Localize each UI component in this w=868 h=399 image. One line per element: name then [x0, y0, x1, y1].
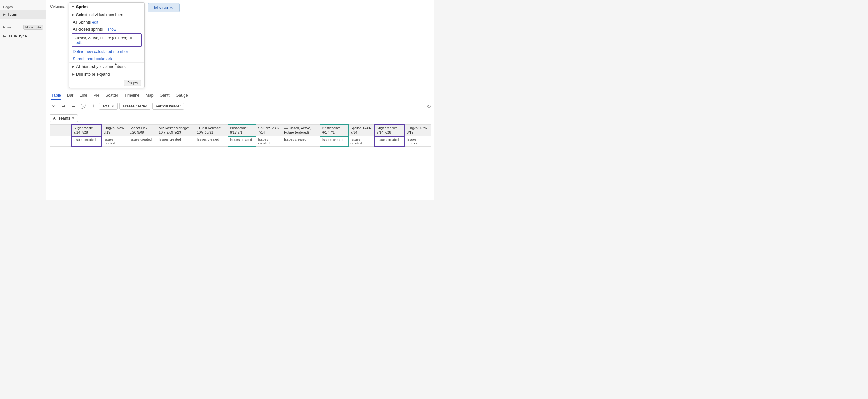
sprint-dropdown[interactable]: ▼ Sprint ▶ Select individual members All…: [69, 2, 145, 88]
col-header-5: Bristlecone: 6/17-7/1: [228, 124, 256, 136]
sprint-dropdown-header[interactable]: ▼ Sprint: [69, 3, 144, 11]
col-header-6: Spruce: 6/30-7/14: [256, 124, 282, 136]
nonempty-badge[interactable]: Nonempty: [23, 25, 43, 30]
hierarchy-chevron-icon: ▶: [72, 65, 74, 68]
main-content: Columns ▼ Sprint ▶ Select individual mem…: [46, 0, 434, 200]
all-closed-item[interactable]: All closed sprints = show: [69, 26, 144, 33]
all-sprints-item[interactable]: All Sprints edit: [69, 19, 144, 26]
hierarchy-section: ▶ All hierarchy level members ▶ Drill in…: [69, 63, 144, 78]
issues-cell-5: Issues created: [228, 136, 256, 146]
sidebar: Pages ▶ Team Rows Nonempty ▶ Issue Type: [0, 0, 46, 200]
issues-cell-6: Issues created: [256, 136, 282, 146]
drill-chevron-icon: ▶: [72, 73, 74, 76]
columns-label: Columns: [50, 2, 66, 9]
col-header-1: Gingko: 7/29-8/19: [101, 124, 127, 136]
issues-cell-9: Issues created: [348, 136, 375, 146]
table-container: Sugar Maple: 7/14-7/28Gingko: 7/29-8/19S…: [50, 124, 431, 200]
all-sprints-edit[interactable]: edit: [92, 20, 98, 25]
select-individual-chevron-icon: ▶: [72, 13, 74, 17]
links-section: Define new calculated member Search and …: [69, 48, 144, 63]
issues-cell-7: Issues created: [282, 136, 320, 146]
freeze-header-button[interactable]: Freeze header: [120, 103, 150, 110]
pages-button[interactable]: Pages: [124, 80, 141, 86]
table-issues-row: Issues createdIssues createdIssues creat…: [50, 136, 431, 146]
col-header-10: Sugar Maple: 7/14-7/28: [375, 124, 405, 136]
all-sprints-text: All Sprints: [73, 20, 91, 25]
highlighted-member-item[interactable]: Closed, Active, Future (ordered) = edit: [71, 33, 142, 47]
team-label: Team: [7, 12, 17, 17]
issues-cell-2: Issues created: [127, 136, 157, 146]
issues-cell-11: Issues created: [405, 136, 431, 146]
select-individual-section: ▶ Select individual members All Sprints …: [69, 11, 144, 48]
view-tab-line[interactable]: Line: [80, 93, 87, 100]
measures-button[interactable]: Measures: [148, 3, 180, 12]
table-corner-cell: [50, 124, 71, 136]
teams-dropdown-label: All Teams: [53, 116, 70, 120]
issue-type-chevron-icon: ▶: [3, 34, 6, 38]
rows-section: Rows Nonempty: [0, 23, 46, 32]
view-tab-timeline[interactable]: Timeline: [124, 93, 140, 100]
comment-icon[interactable]: 💬: [79, 102, 87, 110]
team-chevron-icon: ▶: [3, 13, 6, 16]
pages-label: Pages: [0, 3, 46, 10]
issues-cell-3: Issues created: [157, 136, 195, 146]
select-individual-text: Select individual members: [76, 12, 123, 17]
search-bookmark-item[interactable]: Search and bookmark: [69, 55, 144, 62]
toolbar: ✕ ↩ ↪ 💬 ⬇ Total ▼ Freeze header Vertical…: [46, 101, 434, 112]
highlighted-action[interactable]: edit: [76, 40, 82, 45]
all-closed-eq: =: [104, 27, 106, 32]
teams-dropdown[interactable]: All Teams ▼: [50, 114, 78, 122]
vertical-header-label: Vertical header: [156, 104, 181, 108]
sidebar-item-team[interactable]: ▶ Team: [0, 10, 46, 19]
select-individual-item[interactable]: ▶ Select individual members: [69, 11, 144, 19]
redo-icon[interactable]: ↪: [69, 102, 78, 110]
issues-cell-8: Issues created: [320, 136, 348, 146]
issues-row-label: [50, 136, 71, 146]
total-label: Total: [102, 104, 110, 108]
table-header-row: Sugar Maple: 7/14-7/28Gingko: 7/29-8/19S…: [50, 124, 431, 136]
refresh-icon[interactable]: ↻: [427, 104, 431, 109]
sprint-chevron-icon: ▼: [71, 5, 74, 8]
col-header-0: Sugar Maple: 7/14-7/28: [71, 124, 101, 136]
teams-dropdown-chevron-icon: ▼: [71, 116, 74, 120]
view-tab-pie[interactable]: Pie: [93, 93, 99, 100]
drill-into-text: Drill into or expand: [76, 72, 110, 77]
view-tabs: TableBarLinePieScatterTimelineMapGanttGa…: [46, 90, 434, 101]
col-header-11: Gingko: 7/29-8/19: [405, 124, 431, 136]
issues-cell-10: Issues created: [375, 136, 405, 146]
rows-label: Rows: [3, 25, 12, 29]
view-tab-scatter[interactable]: Scatter: [105, 93, 118, 100]
all-hierarchy-item[interactable]: ▶ All hierarchy level members: [69, 63, 144, 70]
crosshair-icon[interactable]: ✕: [50, 102, 58, 110]
issues-cell-1: Issues created: [101, 136, 127, 146]
issues-cell-0: Issues created: [71, 136, 101, 146]
col-header-4: TP 2.0 Release: 10/7-10/21: [195, 124, 228, 136]
col-header-7: — Closed, Active, Future (ordered): [282, 124, 320, 136]
view-tab-map[interactable]: Map: [146, 93, 154, 100]
all-closed-show[interactable]: show: [108, 27, 116, 32]
vertical-header-button[interactable]: Vertical header: [152, 103, 184, 110]
total-button[interactable]: Total ▼: [99, 103, 118, 110]
drill-into-item[interactable]: ▶ Drill into or expand: [69, 70, 144, 78]
highlighted-eq: =: [130, 36, 132, 40]
define-new-link[interactable]: Define new calculated member: [73, 49, 128, 54]
sidebar-item-issue-type[interactable]: ▶ Issue Type: [0, 32, 46, 40]
search-bookmark-link[interactable]: Search and bookmark: [73, 56, 112, 61]
view-tab-table[interactable]: Table: [52, 93, 61, 100]
view-tab-gantt[interactable]: Gantt: [160, 93, 169, 100]
all-closed-text: All closed sprints: [73, 27, 103, 32]
sprint-header-text: Sprint: [76, 4, 88, 9]
highlighted-member-text: Closed, Active, Future (ordered): [74, 36, 127, 40]
download-icon[interactable]: ⬇: [89, 102, 97, 110]
view-tab-gauge[interactable]: Gauge: [176, 93, 188, 100]
undo-icon[interactable]: ↩: [59, 102, 67, 110]
total-chevron-icon: ▼: [112, 105, 114, 108]
define-new-item[interactable]: Define new calculated member: [69, 48, 144, 55]
issues-cell-4: Issues created: [195, 136, 228, 146]
view-tab-bar[interactable]: Bar: [67, 93, 73, 100]
col-header-2: Scarlet Oak: 8/20-9/09: [127, 124, 157, 136]
col-header-8: Bristlecone: 6/17-7/1: [320, 124, 348, 136]
issue-type-label: Issue Type: [7, 34, 27, 38]
data-table: Sugar Maple: 7/14-7/28Gingko: 7/29-8/19S…: [50, 124, 431, 147]
freeze-header-label: Freeze header: [123, 104, 147, 108]
